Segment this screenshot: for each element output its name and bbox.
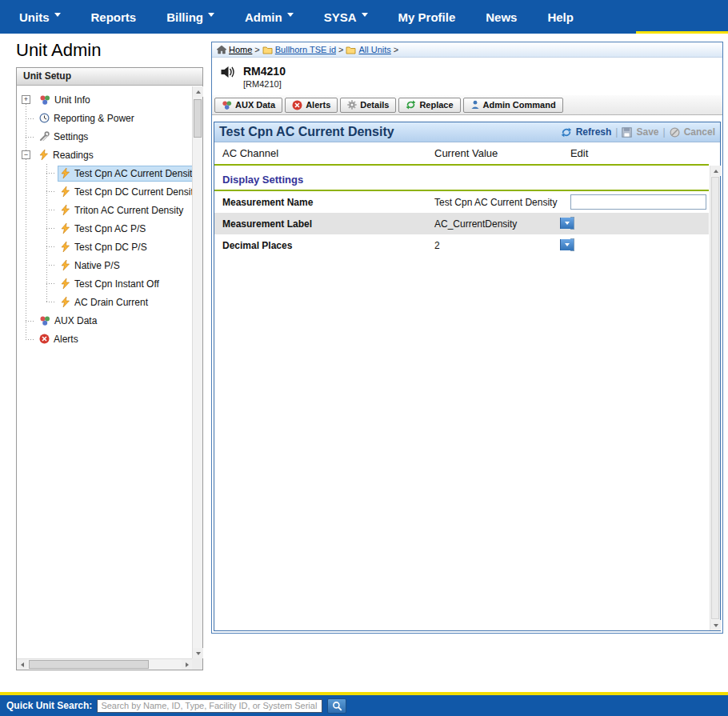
scrollbar-thumb[interactable] bbox=[29, 660, 149, 669]
action-separator: | bbox=[615, 126, 618, 138]
search-icon bbox=[332, 701, 342, 711]
scrollbar-thumb[interactable] bbox=[711, 177, 719, 619]
quick-search-label: Quick Unit Search: bbox=[6, 700, 92, 711]
tree-item-alerts[interactable]: Alerts bbox=[17, 330, 192, 348]
nav-my-profile-label: My Profile bbox=[398, 10, 456, 24]
search-button[interactable] bbox=[327, 698, 346, 714]
nav-admin[interactable]: Admin bbox=[245, 10, 294, 24]
tree-item-test-cpn-dc-ps[interactable]: Test Cpn DC P/S bbox=[17, 238, 192, 256]
tree-connector-stub bbox=[46, 246, 56, 247]
details-button[interactable]: Details bbox=[340, 98, 396, 113]
nav-reports[interactable]: Reports bbox=[91, 10, 137, 24]
tree-horizontal-scrollbar[interactable] bbox=[17, 658, 192, 670]
save-button[interactable]: Save bbox=[622, 126, 658, 138]
refresh-button[interactable]: Refresh bbox=[561, 126, 612, 138]
tree-item-test-cpn-ac-current-density[interactable]: Test Cpn AC Current Density bbox=[17, 164, 192, 182]
expand-plus-icon[interactable]: + bbox=[22, 95, 30, 104]
speaker-icon bbox=[219, 65, 236, 79]
tree-indent bbox=[22, 109, 37, 127]
tree-item-label: Readings bbox=[53, 150, 94, 161]
replace-button[interactable]: Replace bbox=[398, 98, 460, 113]
admin-command-button[interactable]: Admin Command bbox=[463, 98, 563, 113]
measurement-name-input[interactable] bbox=[570, 194, 706, 210]
dropdown-button[interactable] bbox=[560, 218, 574, 229]
tree-item-test-cpn-ac-ps[interactable]: Test Cpn AC P/S bbox=[17, 219, 192, 238]
unit-name: RM4210 bbox=[243, 65, 286, 78]
tree-item-native-ps[interactable]: Native P/S bbox=[17, 256, 192, 274]
nav-sysa[interactable]: SYSA bbox=[324, 10, 368, 24]
decimal-places-dropdown[interactable] bbox=[570, 238, 574, 251]
breadcrumb-all-units-link[interactable]: All Units bbox=[346, 45, 390, 54]
tree-item-readings[interactable]: − Readings bbox=[17, 146, 192, 164]
column-header-edit: Edit bbox=[570, 147, 709, 159]
lightning-icon bbox=[61, 223, 70, 234]
tree-item-ac-drain-current[interactable]: AC Drain Current bbox=[17, 293, 192, 311]
detail-vertical-scrollbar[interactable] bbox=[710, 166, 720, 630]
clock-icon bbox=[39, 113, 50, 123]
nav-billing[interactable]: Billing bbox=[166, 10, 214, 24]
section-title-display-settings: Display Settings bbox=[214, 166, 709, 190]
quick-search-bar: Quick Unit Search: bbox=[0, 695, 728, 716]
tree-item-unit-info[interactable]: + Unit Info bbox=[17, 90, 192, 109]
tree-item-label: Settings bbox=[54, 131, 88, 142]
tree-connector-stub bbox=[46, 173, 56, 174]
tree-connector-stub bbox=[46, 283, 56, 284]
replace-arrows-icon bbox=[406, 100, 416, 110]
nav-units[interactable]: Units bbox=[19, 10, 61, 24]
setting-edit-cell bbox=[570, 238, 709, 252]
scrollbar-corner bbox=[192, 658, 202, 670]
admin-person-icon bbox=[470, 100, 480, 110]
scroll-left-button[interactable] bbox=[17, 659, 27, 670]
tree-indent: + bbox=[22, 90, 37, 109]
setting-current-value: Test Cpn AC Current Density bbox=[434, 197, 570, 208]
aux-data-button-label: AUX Data bbox=[235, 100, 275, 110]
tree-vertical-scrollbar[interactable] bbox=[192, 86, 202, 658]
column-header-row: AC Channel Current Value Edit bbox=[214, 142, 709, 164]
tree-item-label: Test Cpn Instant Off bbox=[74, 278, 159, 290]
nav-reports-label: Reports bbox=[91, 10, 137, 24]
tree-connector-stub bbox=[46, 210, 56, 210]
tree-item-settings[interactable]: Settings bbox=[17, 127, 192, 146]
tree-indent bbox=[22, 330, 37, 348]
tree-item-label: AUX Data bbox=[54, 315, 97, 326]
tree-item-test-cpn-dc-current-density[interactable]: Test Cpn DC Current Density bbox=[17, 182, 192, 201]
scroll-down-button[interactable] bbox=[193, 648, 203, 658]
scroll-up-button[interactable] bbox=[193, 86, 203, 97]
aux-data-button[interactable]: AUX Data bbox=[214, 98, 282, 113]
scroll-right-button[interactable] bbox=[182, 659, 192, 670]
collapse-minus-icon[interactable]: − bbox=[22, 150, 30, 159]
arrow-up-icon bbox=[196, 90, 201, 94]
tree-item-triton-ac-current-density[interactable]: Triton AC Current Density bbox=[17, 201, 192, 219]
setting-label: Decimal Places bbox=[214, 240, 434, 251]
lightning-icon bbox=[61, 205, 70, 215]
breadcrumb-bullhorn-tse-link[interactable]: Bullhorn TSE id bbox=[262, 45, 336, 54]
save-disk-icon bbox=[622, 127, 632, 138]
tree-connector-stub bbox=[46, 302, 56, 302]
tree-item-test-cpn-instant-off[interactable]: Test Cpn Instant Off bbox=[17, 274, 192, 293]
tree-connector-stub bbox=[46, 191, 56, 192]
wrench-icon bbox=[39, 131, 50, 142]
quick-search-input[interactable] bbox=[97, 699, 322, 713]
refresh-button-label: Refresh bbox=[576, 126, 612, 138]
detail-panel-title: Test Cpn AC Current Density bbox=[219, 125, 561, 139]
measurement-label-dropdown[interactable] bbox=[570, 217, 574, 230]
tree-item-reporting-power[interactable]: Reporting & Power bbox=[17, 109, 192, 127]
scrollbar-thumb[interactable] bbox=[194, 99, 202, 138]
scroll-down-button[interactable] bbox=[710, 620, 721, 630]
aux-data-icon bbox=[222, 100, 232, 110]
chevron-down-icon bbox=[208, 13, 214, 17]
setting-label: Measurement Name bbox=[214, 197, 434, 208]
alerts-button[interactable]: Alerts bbox=[285, 98, 338, 113]
dropdown-button[interactable] bbox=[560, 239, 574, 250]
chevron-down-icon bbox=[287, 13, 294, 17]
tree-indent bbox=[22, 311, 37, 330]
cancel-button[interactable]: Cancel bbox=[670, 126, 715, 138]
page-title: Unit Admin bbox=[16, 40, 101, 61]
tree-item-aux-data[interactable]: AUX Data bbox=[17, 311, 192, 330]
breadcrumb: Home > Bullhorn TSE id > All Units > bbox=[212, 42, 722, 58]
scroll-up-button[interactable] bbox=[710, 166, 721, 176]
breadcrumb-home-link[interactable]: Home bbox=[217, 45, 252, 54]
nav-help[interactable]: Help bbox=[547, 10, 574, 24]
nav-news[interactable]: News bbox=[486, 10, 517, 24]
nav-my-profile[interactable]: My Profile bbox=[398, 10, 456, 24]
